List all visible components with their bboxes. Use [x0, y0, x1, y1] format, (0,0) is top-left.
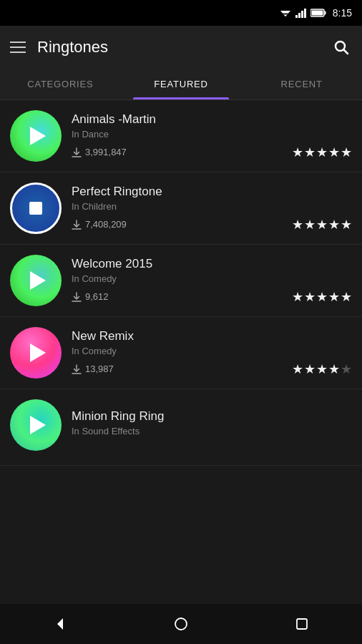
- song-info-1: Animals -Martin In Dance 3,991,847 ★ ★ ★…: [72, 112, 352, 160]
- star-2-3: ★: [316, 217, 328, 233]
- svg-rect-8: [324, 11, 326, 15]
- search-icon: [333, 39, 350, 56]
- download-number-2: 7,408,209: [85, 219, 127, 230]
- song-info-4: New Remix In Comedy 13,987 ★ ★ ★ ★ ★: [72, 329, 352, 377]
- star-1-3: ★: [316, 145, 328, 160]
- song-info-5: Minion Ring Ring In Sound Effects: [72, 409, 352, 441]
- status-bar: 8:15: [0, 0, 362, 26]
- song-meta-4: 13,987 ★ ★ ★ ★ ★: [72, 361, 352, 377]
- tab-categories[interactable]: CATEGORIES: [0, 69, 121, 99]
- star-2-4: ★: [328, 217, 340, 233]
- recents-icon: [295, 617, 309, 631]
- download-number-1: 3,991,847: [85, 147, 127, 157]
- star-3-5: ★: [341, 289, 352, 305]
- play-icon-4: [30, 343, 46, 362]
- download-icon-2: [72, 220, 82, 230]
- tab-featured[interactable]: FEATURED: [121, 69, 242, 99]
- play-button-5[interactable]: [10, 399, 62, 451]
- star-4-1: ★: [292, 361, 303, 377]
- svg-point-17: [175, 618, 187, 630]
- page-title: Ringtones: [37, 38, 331, 57]
- download-count-4: 13,987: [72, 364, 114, 374]
- song-item-4[interactable]: New Remix In Comedy 13,987 ★ ★ ★ ★ ★: [0, 317, 362, 389]
- search-button[interactable]: [331, 36, 352, 58]
- svg-rect-5: [301, 11, 303, 18]
- song-genre-3: In Comedy: [72, 273, 352, 284]
- play-icon-5: [30, 416, 46, 434]
- song-meta-2: 7,408,209 ★ ★ ★ ★ ★: [72, 217, 352, 233]
- play-icon-1: [30, 127, 46, 145]
- star-4-4: ★: [328, 361, 340, 377]
- download-number-3: 9,612: [85, 291, 109, 302]
- status-icons: 8:15: [279, 7, 352, 19]
- song-title-3: Welcome 2015: [72, 257, 352, 271]
- song-title-1: Animals -Martin: [72, 112, 352, 127]
- bottom-nav: [0, 604, 362, 644]
- download-icon-1: [72, 147, 82, 157]
- home-button[interactable]: [167, 610, 195, 638]
- play-button-4[interactable]: [10, 327, 62, 379]
- stars-2: ★ ★ ★ ★ ★: [292, 217, 352, 233]
- svg-rect-3: [295, 15, 298, 18]
- song-list: Animals -Martin In Dance 3,991,847 ★ ★ ★…: [0, 100, 362, 600]
- download-count-1: 3,991,847: [72, 147, 127, 157]
- song-genre-2: In Children: [72, 201, 352, 212]
- svg-marker-16: [57, 618, 63, 630]
- star-1-4: ★: [328, 145, 340, 160]
- svg-line-11: [344, 50, 348, 54]
- star-2-2: ★: [304, 217, 315, 233]
- song-item-2[interactable]: Perfect Ringtone In Children 7,408,209 ★…: [0, 172, 362, 245]
- star-2-5: ★: [341, 217, 352, 233]
- star-4-2: ★: [304, 361, 315, 377]
- svg-marker-2: [283, 15, 287, 17]
- svg-rect-9: [311, 11, 323, 16]
- svg-rect-4: [298, 13, 300, 18]
- song-info-2: Perfect Ringtone In Children 7,408,209 ★…: [72, 185, 352, 233]
- battery-icon: [310, 9, 326, 17]
- download-icon-4: [72, 364, 82, 374]
- song-meta-1: 3,991,847 ★ ★ ★ ★ ★: [72, 145, 352, 160]
- star-4-3: ★: [316, 361, 328, 377]
- song-title-5: Minion Ring Ring: [72, 409, 352, 424]
- star-3-2: ★: [304, 289, 315, 305]
- download-number-4: 13,987: [85, 364, 114, 374]
- star-1-5: ★: [341, 145, 352, 160]
- svg-rect-6: [304, 9, 306, 18]
- top-bar: Ringtones: [0, 26, 362, 69]
- song-item-5[interactable]: Minion Ring Ring In Sound Effects: [0, 389, 362, 466]
- back-icon: [53, 617, 67, 631]
- song-meta-3: 9,612 ★ ★ ★ ★ ★: [72, 289, 352, 305]
- song-item-1[interactable]: Animals -Martin In Dance 3,991,847 ★ ★ ★…: [0, 100, 362, 172]
- stars-1: ★ ★ ★ ★ ★: [292, 145, 352, 160]
- wifi-icon: [279, 8, 292, 18]
- back-button[interactable]: [46, 610, 74, 638]
- song-item-3[interactable]: Welcome 2015 In Comedy 9,612 ★ ★ ★ ★ ★: [0, 245, 362, 317]
- tabs-bar: CATEGORIES FEATURED RECENT: [0, 69, 362, 100]
- star-4-5: ★: [341, 361, 352, 377]
- star-3-3: ★: [316, 289, 328, 305]
- star-2-1: ★: [292, 217, 303, 233]
- hamburger-menu-icon[interactable]: [10, 42, 26, 53]
- tab-recent[interactable]: RECENT: [241, 69, 362, 99]
- star-3-1: ★: [292, 289, 303, 305]
- play-button-3[interactable]: [10, 255, 62, 306]
- recents-button[interactable]: [288, 610, 316, 638]
- star-1-1: ★: [292, 145, 303, 160]
- play-button-1[interactable]: [10, 110, 62, 162]
- song-title-4: New Remix: [72, 329, 352, 343]
- song-genre-1: In Dance: [72, 129, 352, 140]
- star-3-4: ★: [328, 289, 340, 305]
- stars-3: ★ ★ ★ ★ ★: [292, 289, 352, 305]
- download-icon-3: [72, 292, 82, 302]
- svg-rect-18: [297, 619, 307, 629]
- song-info-3: Welcome 2015 In Comedy 9,612 ★ ★ ★ ★ ★: [72, 257, 352, 305]
- status-time: 8:15: [333, 7, 352, 19]
- signal-icon: [295, 8, 307, 18]
- home-icon: [174, 617, 188, 631]
- song-title-2: Perfect Ringtone: [72, 185, 352, 199]
- play-icon-3: [30, 271, 46, 290]
- download-count-2: 7,408,209: [72, 219, 127, 230]
- stop-button-2[interactable]: [10, 182, 62, 234]
- star-1-2: ★: [304, 145, 315, 160]
- stop-icon-2: [29, 202, 42, 215]
